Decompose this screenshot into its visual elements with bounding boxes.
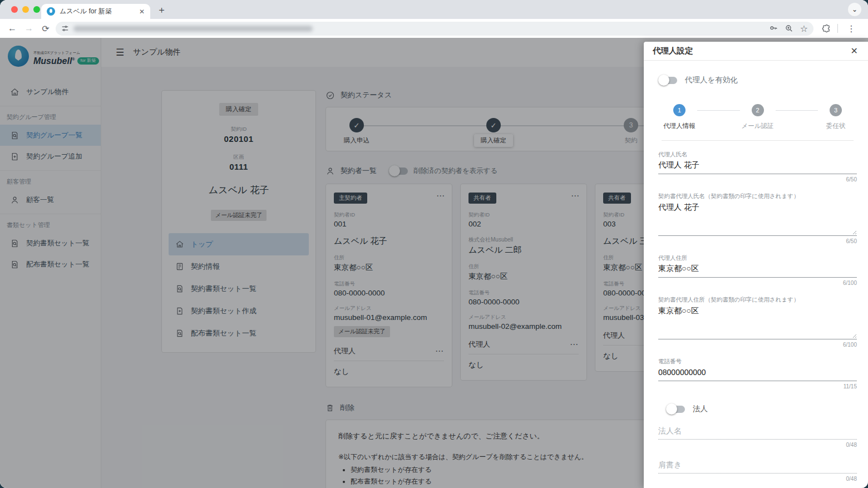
- corporate-name-input[interactable]: [658, 424, 857, 440]
- agent-name-input[interactable]: [658, 159, 857, 174]
- drawer-stepper: 1 代理人情報 2 メール認証 3 委任状: [662, 104, 854, 141]
- step-connector: [776, 110, 818, 111]
- agent-address-field: 代理人住所 6/100: [658, 254, 857, 286]
- step-label: メール認証: [741, 122, 773, 130]
- window-close-button[interactable]: [11, 6, 18, 13]
- drawer-step-mail-auth: 2 メール認証: [740, 104, 776, 130]
- field-label: 代理人住所: [658, 254, 857, 262]
- window-controls: [11, 6, 40, 13]
- back-icon[interactable]: ←: [6, 23, 19, 33]
- zoom-icon[interactable]: [785, 24, 793, 33]
- reload-icon[interactable]: ⟳: [39, 23, 52, 34]
- field-label: 電話番号: [658, 358, 857, 366]
- drawer-step-poa: 3 委任状: [818, 104, 854, 130]
- corporate-toggle-row: 法人: [659, 404, 857, 414]
- enable-agent-label: 代理人を有効化: [685, 75, 738, 85]
- forward-icon[interactable]: →: [22, 23, 36, 33]
- tab-favicon-icon: [47, 7, 55, 16]
- char-counter: 6/100: [658, 342, 857, 348]
- bookmark-star-icon[interactable]: ☆: [800, 23, 808, 34]
- browser-toolbar: ← → ⟳ ☆ ⋮: [0, 19, 868, 38]
- char-counter: 6/50: [658, 176, 857, 183]
- site-settings-icon[interactable]: [61, 24, 69, 32]
- browser-menu-icon[interactable]: ⋮: [845, 23, 858, 34]
- drawer-step-agent-info: 1 代理人情報: [662, 104, 697, 130]
- tab-strip: ムスベル for 新築 ✕ ＋ ⌄: [0, 0, 868, 19]
- contract-agent-address-textarea[interactable]: 東京都○○区: [658, 304, 857, 339]
- password-key-icon[interactable]: [769, 24, 778, 33]
- tab-title: ムスベル for 新築: [60, 7, 135, 16]
- agent-phone-field: 電話番号 11/15: [658, 358, 857, 390]
- tab-close-icon[interactable]: ✕: [139, 8, 145, 16]
- field-label: 代理人氏名: [658, 151, 857, 159]
- extensions-icon[interactable]: [821, 24, 831, 33]
- window-minimize-button[interactable]: [22, 6, 29, 13]
- title-input[interactable]: [658, 458, 857, 474]
- browser-tab[interactable]: ムスベル for 新築 ✕: [41, 4, 150, 19]
- enable-agent-toggle[interactable]: [659, 77, 677, 84]
- field-label: 契約書代理人氏名（契約書類の印字に使用されます）: [658, 193, 857, 200]
- enable-agent-row: 代理人を有効化: [658, 75, 857, 85]
- blurred-url-text: [73, 26, 313, 32]
- step-number: 2: [752, 104, 764, 116]
- url-bar[interactable]: ☆: [56, 22, 813, 36]
- title-field: 0/48: [658, 458, 857, 482]
- toolbar-divider: [837, 24, 838, 33]
- agent-phone-input[interactable]: [658, 366, 857, 381]
- contract-agent-address-field: 契約書代理人住所（契約書類の印字に使用されます） 東京都○○区 6/100: [658, 296, 857, 348]
- new-tab-button[interactable]: ＋: [157, 5, 166, 14]
- corporate-name-field: 0/48: [658, 424, 857, 448]
- toolbar-right: ⋮: [817, 23, 862, 34]
- drawer-title: 代理人設定: [653, 46, 693, 56]
- char-counter: 6/100: [658, 280, 857, 286]
- char-counter: 0/48: [658, 476, 857, 482]
- window-maximize-button[interactable]: [33, 6, 40, 13]
- step-label: 代理人情報: [663, 122, 696, 130]
- char-counter: 6/50: [658, 238, 857, 244]
- browser-window: ムスベル for 新築 ✕ ＋ ⌄ ← → ⟳ ☆: [0, 0, 868, 488]
- step-number: 1: [673, 104, 685, 116]
- step-number: 3: [830, 104, 842, 116]
- contract-agent-name-field: 契約書代理人氏名（契約書類の印字に使用されます） 代理人 花子 6/50: [658, 193, 857, 244]
- agent-settings-drawer: 代理人設定 ✕ 代理人を有効化 1 代理人情報 2 メール認証: [644, 42, 868, 488]
- agent-name-field: 代理人氏名 6/50: [658, 151, 857, 183]
- step-connector: [697, 110, 740, 111]
- agent-address-input[interactable]: [658, 262, 857, 278]
- corporate-toggle[interactable]: [667, 406, 685, 413]
- tab-search-chevron-button[interactable]: ⌄: [848, 3, 861, 16]
- field-label: 契約書代理人住所（契約書類の印字に使用されます）: [658, 296, 857, 304]
- close-icon[interactable]: ✕: [851, 46, 858, 56]
- contract-agent-name-textarea[interactable]: 代理人 花子: [658, 200, 857, 236]
- char-counter: 0/48: [658, 442, 857, 448]
- corporate-toggle-label: 法人: [693, 404, 708, 414]
- step-label: 委任状: [826, 122, 846, 130]
- char-counter: 11/15: [658, 383, 857, 390]
- drawer-header: 代理人設定 ✕: [644, 42, 868, 61]
